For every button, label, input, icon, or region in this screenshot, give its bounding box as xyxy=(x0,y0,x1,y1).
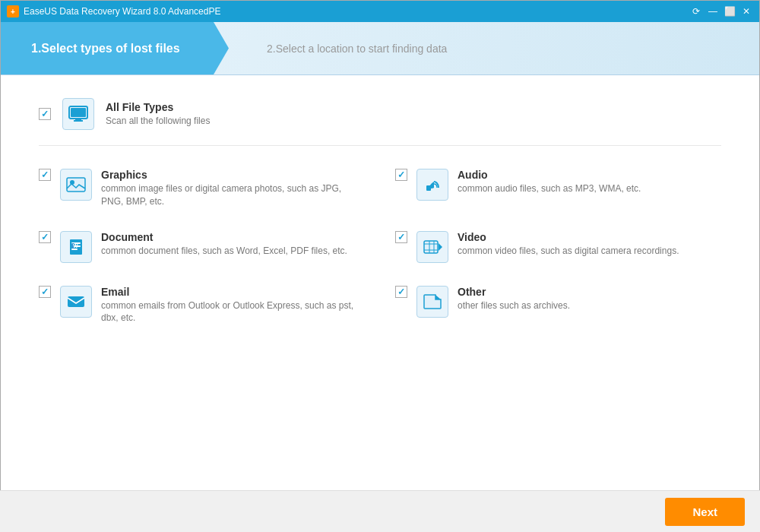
all-file-types-section: All File Types Scan all the following fi… xyxy=(39,98,721,146)
restore-btn[interactable]: ⟳ xyxy=(689,5,703,18)
svg-rect-3 xyxy=(71,108,86,117)
svg-text:W: W xyxy=(73,243,78,249)
svg-rect-1 xyxy=(75,119,81,120)
audio-icon-box xyxy=(416,169,448,201)
document-checkbox[interactable] xyxy=(39,231,51,243)
file-type-item-graphics: Graphics common image files or digital c… xyxy=(39,169,365,208)
all-file-types-title: All File Types xyxy=(106,101,210,113)
step1-label: 1.Select types of lost files xyxy=(31,42,180,55)
file-type-item-video: Video common video files, such as digita… xyxy=(395,231,721,263)
other-checkbox[interactable] xyxy=(395,286,407,298)
wizard-header: 1.Select types of lost files 2.Select a … xyxy=(1,22,759,75)
main-content: All File Types Scan all the following fi… xyxy=(1,75,759,532)
email-info: Email common emails from Outlook or Outl… xyxy=(101,286,365,325)
video-info: Video common video files, such as digita… xyxy=(458,231,679,258)
email-title: Email xyxy=(101,286,365,298)
svg-rect-2 xyxy=(74,120,83,122)
audio-checkbox[interactable] xyxy=(395,169,407,181)
file-type-item-document: W Document common document files, such a… xyxy=(39,231,365,263)
svg-marker-18 xyxy=(439,243,442,251)
all-file-types-icon xyxy=(62,98,94,130)
document-title: Document xyxy=(101,231,347,243)
file-type-item-email: Email common emails from Outlook or Outl… xyxy=(39,286,365,325)
video-desc: common video files, such as digital came… xyxy=(458,245,679,258)
titlebar-title: EaseUS Data Recovery Wizard 8.0 Advanced… xyxy=(24,6,220,17)
email-icon-box xyxy=(60,286,92,318)
audio-info: Audio common audio files, such as MP3, W… xyxy=(458,169,641,195)
document-info: Document common document files, such as … xyxy=(101,231,347,258)
audio-desc: common audio files, such as MP3, WMA, et… xyxy=(458,182,641,195)
file-type-item-other: Other other files such as archives. xyxy=(395,286,721,325)
close-btn[interactable]: ✕ xyxy=(739,5,753,18)
file-type-item-audio: Audio common audio files, such as MP3, W… xyxy=(395,169,721,208)
titlebar: + EaseUS Data Recovery Wizard 8.0 Advanc… xyxy=(1,1,759,22)
all-file-types-info: All File Types Scan all the following fi… xyxy=(106,101,210,128)
maximize-btn[interactable]: ⬜ xyxy=(723,5,736,18)
all-file-types-checkbox[interactable] xyxy=(39,108,51,120)
step1-tab: 1.Select types of lost files xyxy=(1,22,229,74)
titlebar-controls: ⟳ — ⬜ ✕ xyxy=(689,5,753,18)
graphics-checkbox[interactable] xyxy=(39,169,51,181)
svg-rect-10 xyxy=(71,249,78,250)
graphics-info: Graphics common image files or digital c… xyxy=(101,169,365,208)
all-file-types-desc: Scan all the following files xyxy=(106,115,210,128)
app-icon: + xyxy=(7,5,19,17)
graphics-icon-box xyxy=(60,169,92,201)
audio-title: Audio xyxy=(458,169,641,181)
document-desc: common document files, such as Word, Exc… xyxy=(101,245,347,258)
file-type-grid: Graphics common image files or digital c… xyxy=(39,169,721,325)
document-icon-box: W xyxy=(60,231,92,263)
svg-rect-4 xyxy=(67,178,85,192)
video-icon-box xyxy=(416,231,448,263)
svg-rect-13 xyxy=(424,241,438,253)
other-desc: other files such as archives. xyxy=(458,299,570,312)
titlebar-left: + EaseUS Data Recovery Wizard 8.0 Advanc… xyxy=(7,5,220,17)
other-title: Other xyxy=(458,286,570,298)
graphics-title: Graphics xyxy=(101,169,365,181)
video-title: Video xyxy=(458,231,679,243)
email-checkbox[interactable] xyxy=(39,286,51,298)
email-desc: common emails from Outlook or Outlook Ex… xyxy=(101,299,365,325)
step2-tab: 2.Select a location to start finding dat… xyxy=(229,22,759,74)
graphics-desc: common image files or digital camera pho… xyxy=(101,182,365,208)
svg-rect-19 xyxy=(68,296,84,307)
bottom-bar: Next xyxy=(0,490,760,532)
svg-rect-6 xyxy=(426,185,431,191)
other-icon-box xyxy=(416,286,448,318)
other-info: Other other files such as archives. xyxy=(458,286,570,312)
next-button[interactable]: Next xyxy=(665,498,745,526)
minimize-btn[interactable]: — xyxy=(706,5,720,18)
video-checkbox[interactable] xyxy=(395,231,407,243)
step2-label: 2.Select a location to start finding dat… xyxy=(267,43,447,55)
